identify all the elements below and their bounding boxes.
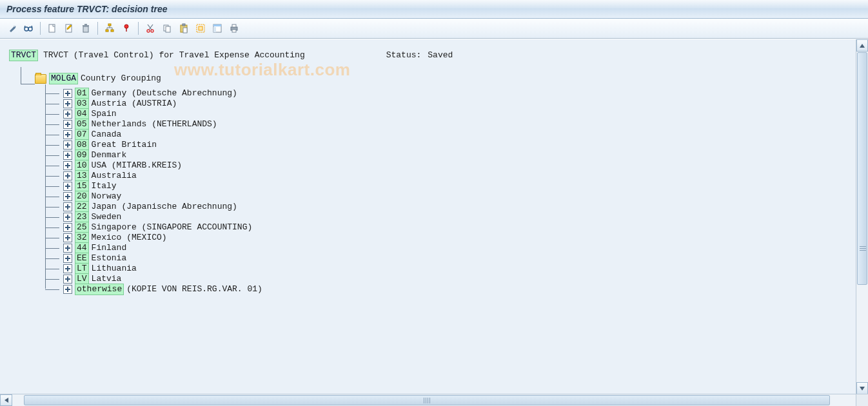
country-node[interactable]: 25Singapore (SINGAPORE ACCOUNTING) bbox=[45, 222, 853, 233]
page-title: Process feature TRVCT: decision tree bbox=[6, 4, 167, 14]
print-icon[interactable] bbox=[226, 21, 242, 36]
expand-icon[interactable] bbox=[63, 182, 72, 191]
svg-rect-34 bbox=[67, 122, 68, 127]
country-node[interactable]: 22Japan (Japanische Abrechnung) bbox=[45, 202, 853, 212]
country-node[interactable]: 09Denmark bbox=[45, 150, 853, 160]
svg-rect-30 bbox=[67, 101, 68, 106]
expand-icon[interactable] bbox=[63, 110, 72, 119]
scroll-thumb[interactable] bbox=[24, 395, 830, 405]
svg-rect-22 bbox=[213, 24, 221, 26]
scroll-corner bbox=[856, 394, 868, 406]
select-all-icon[interactable] bbox=[193, 21, 208, 36]
expand-icon[interactable] bbox=[63, 254, 72, 263]
paste-icon[interactable] bbox=[176, 21, 192, 36]
svg-point-12 bbox=[147, 30, 150, 32]
svg-rect-7 bbox=[108, 24, 111, 26]
country-label: Germany (Deutsche Abrechnung) bbox=[92, 88, 237, 99]
expand-icon[interactable] bbox=[63, 192, 72, 201]
expand-icon[interactable] bbox=[63, 223, 72, 232]
cut-icon[interactable] bbox=[143, 21, 158, 36]
country-node[interactable]: 10USA (MITARB.KREIS) bbox=[45, 160, 853, 171]
status-label: Status: bbox=[386, 50, 422, 61]
expand-icon[interactable] bbox=[63, 233, 72, 242]
svg-rect-6 bbox=[84, 24, 87, 25]
svg-rect-26 bbox=[232, 30, 236, 32]
glasses-icon[interactable] bbox=[21, 21, 36, 36]
country-node[interactable]: 07Canada bbox=[45, 130, 853, 140]
feature-code: TRVCT bbox=[9, 50, 38, 61]
molga-node[interactable]: MOLGA Country Grouping bbox=[9, 66, 853, 87]
country-label: Lithuania bbox=[92, 264, 137, 274]
horizontal-scrollbar[interactable] bbox=[0, 394, 868, 406]
country-label: Sweden bbox=[92, 212, 122, 222]
country-label: Australia bbox=[92, 171, 137, 181]
title-bar: Process feature TRVCT: decision tree bbox=[0, 0, 868, 19]
feature-root-row[interactable]: TRVCT TRVCT (Travel Control) for Travel … bbox=[9, 50, 853, 61]
pin-icon[interactable] bbox=[119, 21, 134, 36]
expand-icon[interactable] bbox=[63, 264, 72, 273]
vertical-scrollbar[interactable] bbox=[856, 39, 868, 394]
svg-rect-36 bbox=[67, 132, 68, 137]
svg-rect-40 bbox=[67, 153, 68, 158]
expand-icon[interactable] bbox=[63, 275, 72, 284]
separator bbox=[97, 22, 98, 35]
country-label: Great Britain bbox=[92, 140, 157, 150]
expand-icon[interactable] bbox=[63, 89, 72, 98]
hierarchy-icon[interactable] bbox=[102, 21, 117, 36]
scroll-down-button[interactable] bbox=[856, 382, 868, 394]
separator bbox=[138, 22, 139, 35]
copy-icon[interactable] bbox=[159, 21, 175, 36]
expand-icon[interactable] bbox=[63, 213, 72, 222]
expand-icon[interactable] bbox=[63, 161, 72, 170]
country-node[interactable]: 04Spain bbox=[45, 109, 853, 119]
expand-icon[interactable] bbox=[63, 151, 72, 160]
edit-page-icon[interactable] bbox=[61, 21, 77, 36]
expand-icon[interactable] bbox=[63, 130, 72, 139]
scroll-track[interactable] bbox=[856, 52, 868, 382]
svg-rect-60 bbox=[67, 256, 68, 261]
scroll-left-button[interactable] bbox=[0, 394, 12, 406]
expand-icon[interactable] bbox=[63, 202, 72, 211]
new-page-icon[interactable] bbox=[44, 21, 60, 36]
country-node[interactable]: 13Australia bbox=[45, 171, 853, 181]
expand-icon[interactable] bbox=[63, 171, 72, 180]
svg-rect-9 bbox=[111, 30, 113, 32]
svg-rect-56 bbox=[67, 235, 68, 240]
svg-rect-38 bbox=[67, 142, 68, 148]
country-label: Finland bbox=[92, 243, 127, 253]
scroll-grip[interactable] bbox=[859, 245, 867, 253]
country-node[interactable]: 15Italy bbox=[45, 181, 853, 191]
country-node[interactable]: 32Mexico (MEXICO) bbox=[45, 233, 853, 243]
country-node[interactable]: 23Sweden bbox=[45, 212, 853, 222]
scroll-up-button[interactable] bbox=[856, 39, 868, 52]
svg-rect-20 bbox=[199, 26, 202, 30]
layout-icon[interactable] bbox=[210, 21, 225, 36]
expand-icon[interactable] bbox=[63, 285, 72, 294]
country-node[interactable]: 08Great Britain bbox=[45, 140, 853, 150]
country-label: Austria (AUSTRIA) bbox=[92, 99, 177, 109]
svg-rect-54 bbox=[67, 225, 68, 230]
svg-point-0 bbox=[25, 27, 28, 31]
country-node[interactable]: 20Norway bbox=[45, 191, 853, 202]
expand-icon[interactable] bbox=[63, 99, 72, 108]
scroll-track[interactable] bbox=[12, 394, 856, 406]
svg-rect-42 bbox=[67, 163, 68, 168]
delete-icon[interactable] bbox=[78, 21, 94, 36]
country-node[interactable]: otherwise(KOPIE VON REIS.RG.VAR. 01) bbox=[45, 284, 853, 295]
country-node[interactable]: EEEstonia bbox=[45, 253, 853, 264]
wrench-icon[interactable] bbox=[4, 21, 19, 36]
svg-rect-64 bbox=[67, 276, 68, 282]
country-node[interactable]: 05Netherlands (NETHERLANDS) bbox=[45, 119, 853, 130]
molga-code: MOLGA bbox=[49, 73, 78, 84]
expand-icon[interactable] bbox=[63, 244, 72, 253]
expand-icon[interactable] bbox=[63, 140, 72, 150]
country-node[interactable]: 44Finland bbox=[45, 243, 853, 253]
country-label: Latvia bbox=[92, 274, 122, 284]
country-label: Netherlands (NETHERLANDS) bbox=[92, 119, 217, 130]
expand-icon[interactable] bbox=[63, 120, 72, 129]
country-node[interactable]: LVLatvia bbox=[45, 274, 853, 284]
country-node[interactable]: 01Germany (Deutsche Abrechnung) bbox=[45, 88, 853, 99]
country-node[interactable]: LTLithuania bbox=[45, 264, 853, 274]
country-node[interactable]: 03Austria (AUSTRIA) bbox=[45, 99, 853, 109]
svg-point-13 bbox=[151, 30, 153, 32]
